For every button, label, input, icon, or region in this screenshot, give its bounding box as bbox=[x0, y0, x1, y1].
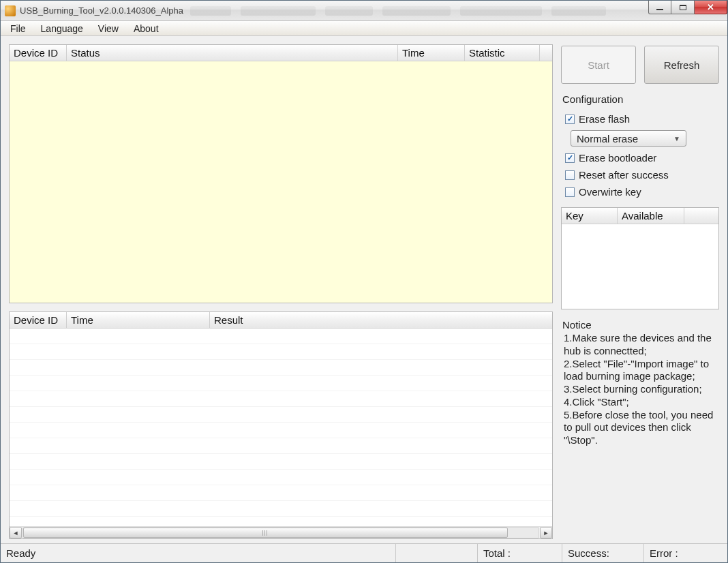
notice-line-3: 3.Select burning configuration; bbox=[564, 383, 716, 396]
maximize-icon bbox=[680, 5, 686, 10]
overwrite-key-label: Overwirte key bbox=[579, 186, 641, 198]
col-spacer bbox=[540, 45, 552, 61]
menu-language[interactable]: Language bbox=[34, 22, 90, 35]
col-time[interactable]: Time bbox=[398, 45, 465, 61]
scroll-track[interactable] bbox=[22, 527, 539, 538]
overwrite-key-row[interactable]: Overwirte key bbox=[561, 186, 719, 198]
devices-table-header: Device ID Status Time Statistic bbox=[10, 45, 552, 61]
col-statistic[interactable]: Statistic bbox=[465, 45, 540, 61]
left-column: Device ID Status Time Statistic Device I… bbox=[9, 44, 553, 539]
notice-line-1: 1.Make sure the devices and the hub is c… bbox=[564, 332, 716, 358]
scroll-left-button[interactable]: ◄ bbox=[10, 527, 22, 538]
scroll-right-button[interactable]: ► bbox=[540, 527, 552, 538]
refresh-button[interactable]: Refresh bbox=[644, 46, 719, 84]
horizontal-scrollbar[interactable]: ◄ ► bbox=[10, 526, 552, 538]
right-column: Start Refresh Configuration ✓ Erase flas… bbox=[561, 44, 719, 539]
erase-flash-checkbox[interactable]: ✓ bbox=[565, 115, 575, 124]
maximize-button[interactable] bbox=[671, 1, 695, 14]
close-icon: ✕ bbox=[707, 2, 714, 12]
devices-table: Device ID Status Time Statistic bbox=[9, 44, 553, 303]
results-table: Device ID Time Result ◄ ► bbox=[9, 311, 553, 539]
client-area: Device ID Status Time Statistic Device I… bbox=[1, 36, 727, 543]
app-icon bbox=[5, 5, 16, 16]
minimize-button[interactable] bbox=[648, 1, 671, 14]
status-success: Success: bbox=[562, 544, 644, 562]
key-table-header: Key Available bbox=[562, 208, 718, 224]
erase-bootloader-checkbox[interactable]: ✓ bbox=[565, 153, 575, 163]
erase-flash-label: Erase flash bbox=[579, 113, 630, 125]
status-total: Total : bbox=[478, 544, 562, 562]
devices-table-body[interactable] bbox=[10, 61, 552, 303]
col-result[interactable]: Result bbox=[210, 312, 552, 329]
menu-view[interactable]: View bbox=[91, 22, 125, 35]
col-available[interactable]: Available bbox=[618, 208, 684, 224]
key-table-body[interactable] bbox=[562, 224, 718, 309]
key-table: Key Available bbox=[561, 207, 719, 309]
results-table-body[interactable] bbox=[10, 329, 552, 526]
col-blank bbox=[684, 208, 718, 224]
col-device-id[interactable]: Device ID bbox=[10, 45, 67, 61]
overwrite-key-checkbox[interactable] bbox=[565, 187, 575, 197]
window-controls: ✕ bbox=[648, 1, 727, 14]
erase-mode-select[interactable]: Normal erase ▼ bbox=[571, 130, 686, 147]
reset-after-success-row[interactable]: Reset after success bbox=[561, 169, 719, 181]
notice-section: Notice 1.Make sure the devices and the h… bbox=[561, 319, 719, 447]
notice-line-5: 5.Before close the tool, you need to pul… bbox=[564, 409, 716, 447]
erase-mode-value: Normal erase bbox=[577, 133, 638, 144]
col-status[interactable]: Status bbox=[67, 45, 398, 61]
col-device-id-2[interactable]: Device ID bbox=[10, 312, 67, 329]
status-bar: Ready Total : Success: Error : bbox=[1, 543, 727, 562]
reset-after-success-checkbox[interactable] bbox=[565, 170, 575, 180]
chevron-down-icon: ▼ bbox=[673, 135, 680, 142]
app-window: USB_Burning_Tool_v2.0.0.140306_Alpha ✕ F… bbox=[0, 0, 728, 563]
notice-text: 1.Make sure the devices and the hub is c… bbox=[561, 332, 719, 447]
menu-file[interactable]: File bbox=[3, 22, 33, 35]
status-blank bbox=[396, 544, 478, 562]
erase-bootloader-row[interactable]: ✓ Erase bootloader bbox=[561, 152, 719, 164]
minimize-icon bbox=[656, 9, 663, 10]
action-buttons: Start Refresh bbox=[561, 46, 719, 84]
menu-about[interactable]: About bbox=[127, 22, 166, 35]
notice-line-4: 4.Click "Start"; bbox=[564, 396, 716, 409]
notice-line-2: 2.Select "File"-"Import image" to load b… bbox=[564, 358, 716, 384]
status-error: Error : bbox=[644, 544, 727, 562]
col-key[interactable]: Key bbox=[562, 208, 618, 224]
erase-flash-row[interactable]: ✓ Erase flash bbox=[561, 113, 719, 125]
scroll-grip-icon bbox=[262, 530, 268, 536]
background-tabs bbox=[190, 3, 727, 18]
notice-title: Notice bbox=[561, 319, 719, 331]
reset-after-success-label: Reset after success bbox=[579, 169, 669, 181]
col-time-2[interactable]: Time bbox=[67, 312, 210, 329]
title-bar: USB_Burning_Tool_v2.0.0.140306_Alpha ✕ bbox=[1, 1, 727, 21]
status-ready: Ready bbox=[1, 544, 396, 562]
results-table-header: Device ID Time Result bbox=[10, 312, 552, 329]
window-title: USB_Burning_Tool_v2.0.0.140306_Alpha bbox=[20, 5, 183, 16]
configuration-group: ✓ Erase flash Normal erase ▼ ✓ Erase boo… bbox=[561, 110, 719, 198]
menu-bar: File Language View About bbox=[1, 21, 727, 36]
start-button[interactable]: Start bbox=[561, 46, 636, 84]
configuration-title: Configuration bbox=[561, 93, 719, 105]
scroll-thumb[interactable] bbox=[23, 528, 508, 538]
close-button[interactable]: ✕ bbox=[695, 1, 727, 14]
erase-bootloader-label: Erase bootloader bbox=[579, 152, 656, 164]
